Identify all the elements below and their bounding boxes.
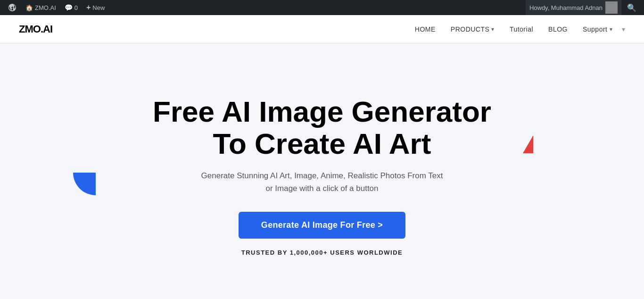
nav-links-list: HOME PRODUCTS Tutorial BLOG Support (415, 25, 612, 33)
nav-link-products[interactable]: PRODUCTS (451, 25, 495, 33)
plus-icon: + (86, 3, 91, 12)
nav-item-support[interactable]: Support (583, 25, 612, 33)
wordpress-logo-icon (8, 3, 17, 12)
red-triangle-decoration (523, 135, 533, 153)
nav-link-blog[interactable]: BLOG (548, 25, 568, 33)
admin-bar: 🏠 ZMO.AI 💬 0 + New Howdy, Muhammad Adnan… (0, 0, 644, 15)
nav-link-home[interactable]: HOME (415, 25, 436, 33)
site-title-button[interactable]: 🏠 ZMO.AI (22, 0, 60, 15)
hero-title-line1: Free AI Image Generator (153, 95, 491, 128)
nav-item-blog[interactable]: BLOG (548, 25, 568, 33)
main-navbar: ZMO.AI HOME PRODUCTS Tutorial BLOG Suppo… (0, 15, 644, 43)
howdy-button[interactable]: Howdy, Muhammad Adnan (526, 0, 621, 15)
new-content-button[interactable]: + New (83, 0, 108, 15)
comment-icon: 💬 (65, 4, 73, 11)
site-title-label: ZMO.AI (35, 4, 56, 11)
hero-section: Free AI Image Generator To Create AI Art… (0, 43, 644, 299)
hero-title-line2: To Create AI Art (213, 127, 431, 160)
admin-bar-right: Howdy, Muhammad Adnan 🔍 (526, 0, 640, 15)
admin-bar-left: 🏠 ZMO.AI 💬 0 + New (4, 0, 524, 15)
admin-search-button[interactable]: 🔍 (623, 0, 640, 15)
nav-link-tutorial[interactable]: Tutorial (510, 25, 533, 33)
nav-item-tutorial[interactable]: Tutorial (510, 25, 533, 33)
new-label: New (92, 4, 105, 11)
wp-logo-button[interactable] (4, 0, 21, 15)
trusted-badge: TRUSTED BY 1,000,000+ USERS WORLDWIDE (241, 249, 403, 256)
blue-shape-decoration (73, 173, 96, 195)
nav-item-home[interactable]: HOME (415, 25, 436, 33)
cta-generate-button[interactable]: Generate AI Image For Free > (239, 212, 405, 239)
howdy-label: Howdy, Muhammad Adnan (529, 4, 603, 11)
comment-count: 0 (74, 4, 78, 11)
site-logo[interactable]: ZMO.AI (19, 23, 52, 35)
search-icon: 🔍 (627, 3, 636, 12)
hero-title: Free AI Image Generator To Create AI Art (153, 96, 491, 160)
nav-extra-dropdown-icon[interactable]: ▾ (622, 25, 625, 33)
nav-link-support[interactable]: Support (583, 25, 612, 33)
comments-button[interactable]: 💬 0 (61, 0, 82, 15)
nav-item-products[interactable]: PRODUCTS (451, 25, 495, 33)
hero-subtitle: Generate Stunning AI Art, Image, Anime, … (199, 169, 445, 195)
user-avatar (605, 1, 618, 14)
